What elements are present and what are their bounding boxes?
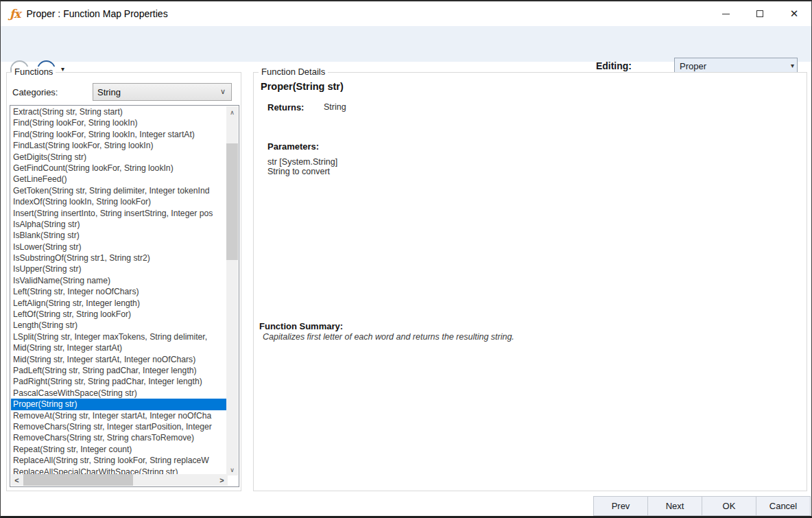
list-item[interactable]: RemoveAt(String str, Integer startAt, In… — [11, 410, 227, 421]
list-item[interactable]: IsSubstringOf(String str1, String str2) — [11, 252, 227, 263]
list-item[interactable]: GetLineFeed() — [11, 174, 227, 185]
editing-dropdown-arrow-icon: ▾ — [791, 62, 794, 69]
list-item[interactable]: LSplit(String str, Integer maxTokens, St… — [11, 331, 227, 342]
maximize-icon — [756, 10, 763, 17]
functions-group-title: Functions — [12, 67, 56, 77]
list-item[interactable]: Left(String str, Integer noOfChars) — [11, 286, 227, 297]
categories-label: Categories: — [12, 87, 58, 97]
function-signature: Proper(String str) — [261, 81, 344, 92]
parameters-label: Parameters: — [267, 141, 319, 152]
editing-value: Proper — [680, 61, 706, 71]
ok-button[interactable]: OK — [702, 496, 756, 516]
list-item[interactable]: FindLast(String lookFor, String lookIn) — [11, 140, 227, 151]
prev-button[interactable]: Prev — [593, 496, 648, 516]
scroll-up-icon[interactable]: ∧ — [226, 106, 238, 118]
categories-value: String — [97, 87, 121, 97]
list-item[interactable]: LeftOf(String str, String lookFor) — [11, 309, 227, 320]
list-item[interactable]: IndexOf(String lookIn, String lookFor) — [11, 196, 227, 207]
close-button[interactable]: ✕ — [777, 1, 811, 26]
parameter-description: String to convert — [267, 167, 330, 176]
title-bar[interactable]: ƒx Proper : Function Map Properties ✕ — [1, 1, 811, 26]
categories-dropdown[interactable]: String ∨ — [93, 83, 232, 101]
list-item[interactable]: ReplaceAll(String str, String lookFor, S… — [11, 455, 227, 466]
list-item[interactable]: PadLeft(String str, String padChar, Inte… — [11, 365, 227, 376]
function-summary-label: Function Summary: — [259, 321, 343, 331]
list-item[interactable]: IsBlank(String str) — [11, 230, 227, 241]
vertical-scrollbar[interactable]: ∧ ∨ — [226, 106, 238, 475]
list-item[interactable]: IsValidName(String name) — [11, 275, 227, 286]
list-item[interactable]: RemoveChars(String str, Integer startPos… — [11, 421, 227, 432]
window-title: Proper : Function Map Properties — [26, 8, 167, 19]
list-item[interactable]: LeftAlign(String str, Integer length) — [11, 298, 227, 309]
function-listbox: Extract(String str, String start)Find(St… — [10, 105, 239, 487]
scroll-right-icon[interactable]: > — [216, 474, 228, 486]
function-app-icon: ƒx — [10, 7, 20, 21]
list-item[interactable]: IsAlpha(String str) — [11, 219, 227, 230]
maximize-button[interactable] — [743, 1, 777, 26]
list-item[interactable]: GetToken(String str, String delimiter, I… — [11, 185, 227, 196]
horizontal-scrollbar[interactable]: < > — [11, 474, 228, 486]
list-item[interactable]: PascalCaseWithSpace(String str) — [11, 388, 227, 399]
list-item[interactable]: Mid(String str, Integer startAt, Integer… — [11, 354, 227, 365]
function-list-items: Extract(String str, String start)Find(St… — [11, 106, 227, 475]
list-item[interactable]: Proper(String str) — [11, 399, 227, 410]
toolbar: ← → ▾ Editing: Proper ▾ — [1, 26, 811, 62]
horizontal-scroll-thumb[interactable] — [23, 474, 133, 486]
list-item[interactable]: GetDigits(String str) — [11, 152, 227, 163]
parameter-name: str [System.String] — [267, 157, 337, 167]
cancel-button[interactable]: Cancel — [756, 496, 811, 516]
scroll-down-icon[interactable]: ∨ — [226, 464, 238, 475]
list-item[interactable]: Insert(String insertInto, String insertS… — [11, 208, 227, 219]
function-details-group: Function Details Proper(String str) Retu… — [253, 72, 807, 491]
list-item[interactable]: Find(String lookFor, String lookIn, Inte… — [11, 129, 227, 140]
list-item[interactable]: Length(String str) — [11, 320, 227, 331]
function-summary-text: Capitalizes first letter of each word an… — [263, 332, 514, 342]
returns-value: String — [324, 102, 346, 112]
scroll-left-icon[interactable]: < — [11, 474, 23, 486]
list-item[interactable]: IsUpper(String str) — [11, 263, 227, 274]
minimize-button[interactable] — [708, 1, 743, 26]
list-item[interactable]: Repeat(String str, Integer count) — [11, 444, 227, 455]
footer-buttons: PrevNextOKCancel — [594, 496, 811, 516]
list-item[interactable]: Extract(String str, String start) — [11, 106, 227, 117]
list-item[interactable]: Mid(String str, Integer startAt) — [11, 342, 227, 353]
functions-group: Functions Categories: String ∨ Extract(S… — [6, 72, 241, 491]
returns-label: Returns: — [267, 102, 304, 113]
list-item[interactable]: GetFindCount(String lookFor, String look… — [11, 163, 227, 174]
list-item[interactable]: RemoveChars(String str, String charsToRe… — [11, 432, 227, 443]
list-item[interactable]: PadRight(String str, String padChar, Int… — [11, 376, 227, 387]
list-item[interactable]: Find(String lookFor, String lookIn) — [11, 117, 227, 128]
vertical-scroll-thumb[interactable] — [226, 143, 238, 260]
minimize-icon — [722, 14, 730, 14]
list-item[interactable]: IsLower(String str) — [11, 242, 227, 252]
categories-chevron-icon: ∨ — [220, 87, 226, 96]
close-icon: ✕ — [790, 8, 799, 20]
next-button[interactable]: Next — [647, 496, 702, 516]
editing-label: Editing: — [596, 60, 632, 71]
function-details-group-title: Function Details — [259, 67, 328, 77]
function-map-properties-dialog: ƒx Proper : Function Map Properties ✕ ← … — [0, 0, 812, 518]
